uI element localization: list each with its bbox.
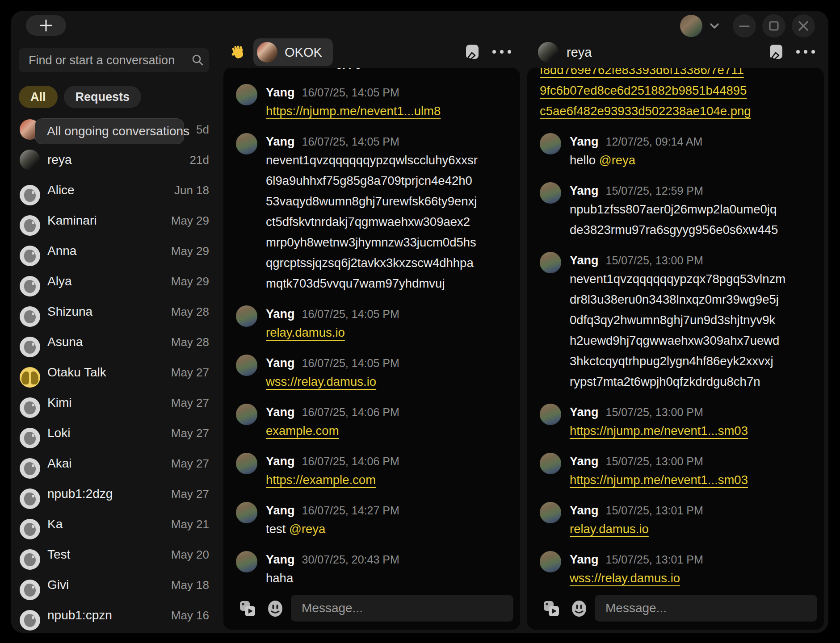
mention[interactable]: @reya (289, 522, 325, 536)
peer-avatar (257, 42, 277, 63)
message-sender: Yang (570, 254, 599, 267)
conversation-row[interactable]: Otaku TalkMay 27 (19, 357, 209, 388)
message-timestamp: 16/07/25, 14:05 PM (302, 86, 399, 99)
conversation-row[interactable]: npub1:cpznMay 16 (19, 600, 209, 630)
conversation-name: Shizuna (47, 296, 92, 327)
message-header: Yang30/07/25, 20:43 PM (266, 551, 504, 568)
message-sender: Yang (266, 553, 295, 567)
message-line: dr8l3u38eru0n3438lnxqz0mr39wg9e5j (570, 289, 808, 310)
message-sender-avatar[interactable] (236, 305, 257, 327)
message-header: Yang15/07/25, 13:00 PM (570, 404, 808, 421)
conversation-avatar (20, 306, 40, 327)
conversation-name: Kaminari (47, 205, 97, 236)
message-link[interactable]: https://example.com (266, 473, 376, 487)
conversation-date: May 29 (171, 266, 209, 296)
message-sender-avatar[interactable] (236, 404, 257, 425)
message-sender-avatar[interactable] (540, 404, 561, 425)
message-sender-avatar[interactable] (540, 453, 561, 474)
message: Yang16/07/25, 14:05 PMhttps://njump.me/n… (236, 84, 504, 121)
tab-requests[interactable]: Requests (64, 86, 142, 108)
message-sender: Yang (570, 184, 599, 198)
conversation-name: Test (47, 539, 70, 570)
conversation-date: May 29 (171, 236, 209, 266)
conversation-date: May 27 (171, 357, 209, 388)
conversation-row[interactable]: LokiMay 27 (19, 418, 209, 448)
conversation-date: 21d (190, 145, 209, 175)
message-sender-avatar[interactable] (236, 502, 257, 523)
conversation-avatar (20, 489, 40, 509)
more-options-icon[interactable] (795, 49, 816, 54)
chat-peer-chip[interactable]: OKOK (253, 38, 333, 66)
message-text: de3823rmu97ra6sgyyg956e0s6xw445 (236, 68, 444, 69)
message-sender: Yang (570, 504, 599, 518)
message-line: ct5dfskvtnrdakj7qgmwaehxw309aex2 (266, 212, 504, 232)
message-link[interactable]: f8dd769e762fe83393d6f13386/7e711 (540, 68, 744, 77)
message-input[interactable] (291, 595, 513, 622)
tab-all[interactable]: All (19, 86, 58, 108)
peer-avatar[interactable] (538, 42, 559, 63)
conversation-row[interactable]: AkaiMay 27 (19, 448, 209, 479)
conversation-row[interactable]: AliceJun 18 (19, 175, 209, 205)
current-user-avatar[interactable] (680, 15, 702, 37)
message-text: 6l9a9uhhxf75g85g8a709tprjcn4e42h0 (266, 174, 472, 188)
conversation-avatar (20, 580, 40, 600)
message-sender-avatar[interactable] (540, 252, 561, 273)
conversation-row[interactable]: AsunaMay 28 (19, 327, 209, 357)
message-input[interactable] (595, 595, 817, 622)
message-link[interactable]: https://njump.me/nevent1...ulm8 (266, 104, 441, 118)
message-link[interactable]: wss://relay.damus.io (570, 571, 680, 585)
message-sender-avatar[interactable] (236, 453, 257, 474)
message: Yang15/07/25, 12:59 PMnpub1zfss807aer0j2… (540, 182, 808, 240)
media-picker-icon[interactable] (238, 599, 257, 620)
conversation-row[interactable]: ShizunaMay 28 (19, 296, 209, 327)
message-sender-avatar[interactable] (540, 133, 561, 154)
message-link[interactable]: wss://relay.damus.io (266, 375, 376, 388)
conversation-row[interactable]: TestMay 20 (19, 539, 209, 570)
message-line: wss://relay.damus.io (570, 568, 808, 589)
more-options-icon[interactable] (491, 49, 512, 54)
message-header: Yang16/07/25, 14:27 PM (266, 502, 504, 519)
conversation-row[interactable]: AnnaMay 29 (19, 236, 209, 266)
conversation-date: May 27 (171, 479, 209, 509)
emoji-picker-icon[interactable] (266, 599, 285, 620)
message-link[interactable]: c5ae6f482e93933d502238ae104e.png (540, 104, 751, 118)
message-sender-avatar[interactable] (540, 502, 561, 523)
conversation-row[interactable]: KaMay 21 (19, 509, 209, 539)
emoji-picker-icon[interactable] (570, 599, 588, 620)
message-sender-avatar[interactable] (236, 551, 257, 572)
message-link[interactable]: example.com (266, 424, 339, 438)
note-icon[interactable] (465, 44, 480, 60)
message-sender-avatar[interactable] (236, 133, 257, 154)
message-link[interactable]: 9fc6b07ed8ce6d251882b9851b44895 (540, 84, 747, 97)
chat-header-okok: OKOK (223, 38, 520, 68)
conversation-row[interactable]: KaminariMay 29 (19, 205, 209, 236)
message-sender-avatar[interactable] (236, 84, 257, 105)
conversation-row[interactable]: reya21d (19, 145, 209, 175)
message: Yang15/07/25, 13:00 PMnevent1qvzqqqqqqyp… (540, 252, 808, 392)
message-timestamp: 15/07/25, 13:00 PM (606, 254, 703, 267)
note-icon[interactable] (769, 44, 784, 60)
maximize-button[interactable] (762, 14, 785, 38)
conversation-row[interactable]: npub1:2dzgMay 27 (19, 479, 209, 509)
conversation-row[interactable]: AlyaMay 29 (19, 266, 209, 296)
message-link[interactable]: relay.damus.io (266, 326, 345, 339)
message: Yang16/07/25, 14:27 PMtest @reya (236, 502, 504, 539)
message-sender-avatar[interactable] (540, 182, 561, 204)
minimize-button[interactable] (733, 14, 756, 38)
close-button[interactable] (792, 14, 815, 38)
chat-title: reya (567, 45, 592, 60)
message-link[interactable]: relay.damus.io (570, 522, 649, 536)
conversation-date: May 27 (171, 388, 209, 418)
mention[interactable]: @reya (599, 153, 635, 167)
message-link[interactable]: https://njump.me/nevent1...sm03 (570, 424, 748, 438)
conversation-row[interactable]: GiviMay 18 (19, 570, 209, 600)
message-link[interactable]: https://njump.me/nevent1...sm03 (570, 473, 748, 487)
media-picker-icon[interactable] (542, 599, 561, 620)
message-sender-avatar[interactable] (540, 551, 561, 572)
conversation-filter-tabs: All Requests (19, 86, 141, 108)
message-sender-avatar[interactable] (236, 355, 257, 376)
conversation-row[interactable]: KimiMay 27 (19, 388, 209, 418)
conversation-name: Alice (47, 175, 75, 205)
search-input[interactable] (19, 54, 191, 67)
chevron-down-icon[interactable] (709, 22, 720, 30)
